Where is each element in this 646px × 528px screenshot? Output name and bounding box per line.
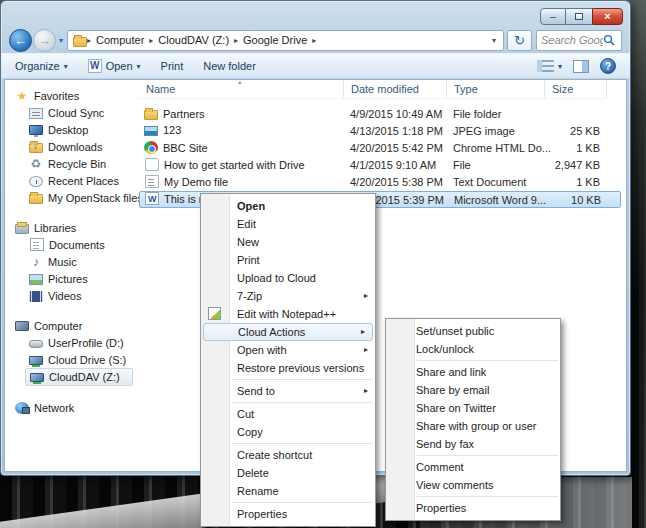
sidebar-label: Downloads <box>48 141 102 153</box>
file-type: Microsoft Word 9... <box>454 194 546 206</box>
submenu-item-share-on-twitter[interactable]: Share on Twitter <box>386 399 560 417</box>
sidebar-item-clouddav-z[interactable]: CloudDAV (Z:) <box>25 368 133 386</box>
menu-label: Open <box>237 200 265 212</box>
help-icon: ? <box>605 61 611 72</box>
column-header-size[interactable]: Size <box>545 80 607 99</box>
chevron-down-icon: ▾ <box>558 62 562 71</box>
sidebar-item-documents[interactable]: Documents <box>5 236 139 253</box>
sidebar-item-videos[interactable]: Videos <box>5 287 139 304</box>
chevron-down-icon: ▾ <box>137 62 141 71</box>
back-button[interactable]: ← <box>9 29 32 52</box>
search-icon <box>603 34 615 46</box>
breadcrumb-google-drive[interactable]: Google Drive <box>238 34 312 46</box>
recent-pages-dropdown[interactable]: ▾ <box>59 36 63 45</box>
network-drive-icon <box>30 373 44 382</box>
file-row-my-demo-file[interactable]: My Demo file 4/20/2015 5:38 PM Text Docu… <box>139 174 621 191</box>
submenu-item-send-by-fax[interactable]: Send by fax <box>386 435 560 453</box>
file-row-123[interactable]: 123 4/13/2015 1:18 PM JPEG image 25 KB <box>139 123 621 140</box>
submenu-item-properties[interactable]: Properties <box>386 499 560 517</box>
change-view-button[interactable]: ▾ <box>537 60 562 72</box>
sidebar-label: Libraries <box>34 222 76 234</box>
file-type: File folder <box>453 108 501 120</box>
menu-item-open-with[interactable]: Open with▸ <box>201 341 375 359</box>
maximize-button[interactable] <box>566 8 592 25</box>
sidebar-item-downloads[interactable]: Downloads <box>5 138 139 155</box>
column-header-date-modified[interactable]: Date modified <box>344 80 447 99</box>
preview-pane-button[interactable] <box>573 60 589 73</box>
context-menu: Open Edit New Print Upload to Cloud 7-Zi… <box>200 193 376 527</box>
network-drive-icon <box>29 356 43 365</box>
submenu-item-share-with-group-or-user[interactable]: Share with group or user <box>386 417 560 435</box>
menu-item-new[interactable]: New <box>201 233 375 251</box>
print-button[interactable]: Print <box>161 60 184 72</box>
sidebar-item-music[interactable]: ♪ Music <box>5 253 139 270</box>
forward-button[interactable]: → <box>33 29 56 52</box>
sidebar-item-computer[interactable]: Computer <box>5 317 139 334</box>
search-box[interactable] <box>536 30 622 51</box>
refresh-button[interactable]: ↻ <box>507 30 532 51</box>
file-row-how-to-get-started[interactable]: How to get started with Drive 4/1/2015 9… <box>139 157 621 174</box>
submenu-item-share-and-link[interactable]: Share and link <box>386 363 560 381</box>
sidebar-item-userprofile-d[interactable]: UserProfile (D:) <box>5 334 139 351</box>
file-size: 10 KB <box>535 194 601 206</box>
drive-icon <box>29 340 43 348</box>
sidebar-item-recent-places[interactable]: Recent Places <box>5 172 139 189</box>
menu-item-edit[interactable]: Edit <box>201 215 375 233</box>
window-controls: – × <box>540 8 623 25</box>
address-bar[interactable]: ▸ Computer ▸ CloudDAV (Z:) ▸ Google Driv… <box>67 30 504 51</box>
sidebar-item-cloud-drive-s[interactable]: Cloud Drive (S:) <box>5 351 139 368</box>
submenu-item-set-unset-public[interactable]: Set/unset public <box>386 322 560 340</box>
sidebar-item-my-openstack-files[interactable]: My OpenStack files <box>5 189 139 206</box>
organize-button[interactable]: Organize ▾ <box>15 60 68 72</box>
breadcrumb-clouddav[interactable]: CloudDAV (Z:) <box>153 34 234 46</box>
sidebar-label: Cloud Sync <box>48 107 104 119</box>
menu-item-cut[interactable]: Cut <box>201 405 375 423</box>
sidebar-item-recycle-bin[interactable]: ♻ Recycle Bin <box>5 155 139 172</box>
submenu-arrow-icon: ▸ <box>364 341 368 359</box>
search-input[interactable] <box>541 34 603 46</box>
menu-item-rename[interactable]: Rename <box>201 482 375 500</box>
sidebar-item-desktop[interactable]: Desktop <box>5 121 139 138</box>
sidebar-label: Pictures <box>48 273 88 285</box>
file-size: 2,947 KB <box>534 159 600 171</box>
sidebar-label: UserProfile (D:) <box>48 337 124 349</box>
file-name: How to get started with Drive <box>164 159 305 171</box>
breadcrumb-computer[interactable]: Computer <box>91 34 149 46</box>
sidebar-item-pictures[interactable]: Pictures <box>5 270 139 287</box>
menu-item-open[interactable]: Open <box>201 197 375 215</box>
menu-item-delete[interactable]: Delete <box>201 464 375 482</box>
titlebar[interactable]: – × <box>1 1 630 27</box>
submenu-item-share-by-email[interactable]: Share by email <box>386 381 560 399</box>
sidebar-label: My OpenStack files <box>48 192 143 204</box>
menu-item-create-shortcut[interactable]: Create shortcut <box>201 446 375 464</box>
close-button[interactable]: × <box>592 8 623 25</box>
menu-item-upload-to-cloud[interactable]: Upload to Cloud <box>201 269 375 287</box>
sidebar-item-cloud-sync[interactable]: Cloud Sync <box>5 104 139 121</box>
submenu-item-lock-unlock[interactable]: Lock/unlock <box>386 340 560 358</box>
open-button[interactable]: W Open ▾ <box>88 59 141 73</box>
menu-item-print[interactable]: Print <box>201 251 375 269</box>
submenu-item-view-comments[interactable]: View comments <box>386 476 560 494</box>
submenu-item-comment[interactable]: Comment <box>386 458 560 476</box>
new-folder-button[interactable]: New folder <box>203 60 256 72</box>
address-dropdown-icon[interactable]: ▾ <box>490 36 498 45</box>
menu-item-edit-with-notepadpp[interactable]: Edit with Notepad++ <box>201 305 375 323</box>
column-header-name[interactable]: ▴ Name <box>139 80 344 99</box>
text-file-icon <box>145 175 159 188</box>
breadcrumb-sep-icon: ▸ <box>312 36 316 45</box>
help-button[interactable]: ? <box>600 58 616 74</box>
menu-item-restore-previous-versions[interactable]: Restore previous versions <box>201 359 375 377</box>
file-row-partners[interactable]: Partners 4/9/2015 10:49 AM File folder <box>139 106 621 123</box>
column-header-type[interactable]: Type <box>447 80 545 99</box>
menu-item-cloud-actions[interactable]: Cloud Actions▸ <box>203 323 373 341</box>
sidebar-item-libraries[interactable]: Libraries <box>5 219 139 236</box>
menu-item-7zip[interactable]: 7-Zip▸ <box>201 287 375 305</box>
minimize-button[interactable]: – <box>540 8 566 25</box>
music-icon: ♪ <box>29 255 43 269</box>
menu-item-properties[interactable]: Properties <box>201 505 375 523</box>
menu-item-copy[interactable]: Copy <box>201 423 375 441</box>
menu-item-send-to[interactable]: Send to▸ <box>201 382 375 400</box>
sidebar-item-network[interactable]: Network <box>5 399 139 416</box>
sidebar-item-favorites[interactable]: ★ Favorites <box>5 87 139 104</box>
file-row-bbc-site[interactable]: BBC Site 4/20/2015 5:42 PM Chrome HTML D… <box>139 140 621 157</box>
